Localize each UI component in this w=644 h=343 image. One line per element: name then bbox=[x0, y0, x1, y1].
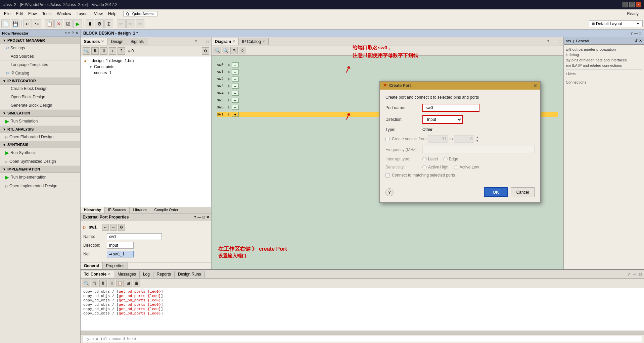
from-value-field[interactable] bbox=[428, 135, 448, 143]
section-rtl-analysis[interactable]: ▼ RTL ANALYSIS bbox=[0, 126, 80, 133]
active-low-radio[interactable] bbox=[454, 165, 458, 169]
tool3-button[interactable]: ✂ bbox=[136, 19, 144, 28]
rp-item-5[interactable]: r Nets bbox=[566, 71, 642, 77]
tab-log[interactable]: Log bbox=[140, 271, 153, 278]
nav-open-block-design[interactable]: Open Block Design bbox=[0, 93, 80, 101]
epp-close-icon[interactable]: ✕ bbox=[206, 215, 209, 219]
epp-help-icon[interactable]: ? bbox=[194, 215, 196, 219]
menu-file[interactable]: File bbox=[1, 11, 13, 17]
menu-flow[interactable]: Flow bbox=[26, 11, 39, 17]
tab-design[interactable]: Design bbox=[107, 38, 127, 45]
menu-tools[interactable]: Tools bbox=[39, 11, 54, 17]
con-sort-button[interactable]: ⇅ bbox=[91, 280, 98, 287]
tab-messages[interactable]: Messages bbox=[114, 271, 140, 278]
bd-restore-icon[interactable]: □ bbox=[639, 31, 641, 35]
dialog-help-button[interactable]: ? bbox=[385, 188, 394, 196]
freq-field[interactable] bbox=[422, 146, 535, 153]
section-ip-integrator[interactable]: ▼ IP INTEGRATOR bbox=[0, 78, 80, 85]
nav-run-implementation[interactable]: ▶ Run Implementation bbox=[0, 173, 80, 182]
nav-create-block-design[interactable]: Create Block Design bbox=[0, 85, 80, 93]
direction-select[interactable]: Input Output Inout bbox=[422, 115, 463, 124]
dialog-ok-button[interactable]: OK bbox=[484, 187, 508, 197]
subtab-compile-order[interactable]: Compile Order bbox=[151, 207, 182, 213]
sources-min-icon[interactable]: — bbox=[199, 39, 204, 44]
rp-close-icon[interactable]: ✕ bbox=[639, 39, 642, 43]
level-radio[interactable] bbox=[422, 157, 427, 161]
menu-layout[interactable]: Layout bbox=[74, 11, 91, 17]
subtab-hierarchy[interactable]: Hierarchy bbox=[81, 207, 105, 213]
port-name-field[interactable] bbox=[422, 104, 479, 112]
nav-help-icon[interactable]: ? bbox=[72, 31, 74, 35]
tcl-close-icon[interactable]: ✕ bbox=[108, 272, 110, 276]
con-pause-button[interactable]: ⏸ bbox=[108, 280, 115, 287]
dialog-close-button[interactable]: ✕ bbox=[533, 83, 537, 88]
section-project-manager[interactable]: ▼ PROJECT MANAGER bbox=[0, 37, 80, 44]
maximize-button[interactable]: □ bbox=[629, 2, 635, 7]
rp-item-1[interactable]: k debug bbox=[566, 52, 642, 57]
console-help-icon[interactable]: ? bbox=[627, 272, 631, 277]
window-controls[interactable]: — □ ✕ bbox=[623, 2, 641, 7]
tab-tcl-console[interactable]: Tcl Console ✕ bbox=[81, 271, 114, 278]
subtab-ip-sources[interactable]: IP Sources bbox=[105, 207, 130, 213]
edge-radio[interactable] bbox=[443, 157, 448, 161]
section-implementation[interactable]: ▼ IMPLEMENTATION bbox=[0, 166, 80, 173]
new-button[interactable]: 📄 bbox=[1, 19, 10, 28]
nav-open-elaborated[interactable]: ▷ Open Elaborated Design bbox=[0, 133, 80, 141]
redo-button[interactable]: ↪ bbox=[33, 19, 41, 28]
subtab-libraries[interactable]: Libraries bbox=[130, 207, 151, 213]
epp-min-icon[interactable]: — bbox=[197, 215, 201, 219]
sources-close-icon[interactable]: ✕ bbox=[101, 40, 104, 43]
nav-collapse-icon[interactable]: ≡ bbox=[68, 31, 70, 35]
bd-help-icon[interactable]: ? bbox=[631, 31, 633, 35]
active-high-radio[interactable] bbox=[422, 165, 427, 169]
menu-view[interactable]: View bbox=[91, 11, 105, 17]
console-max-icon[interactable]: □ bbox=[638, 272, 643, 277]
connect-checkbox[interactable] bbox=[385, 173, 390, 178]
run-button[interactable]: ▶ bbox=[73, 19, 82, 28]
quick-access[interactable]: Q+ Quick Access bbox=[123, 11, 157, 16]
sort-button[interactable]: ⇅ bbox=[91, 47, 99, 55]
rp-item-2[interactable]: lay pins of hidden nets and interfaces bbox=[566, 57, 642, 63]
settings-button[interactable]: ⚙ bbox=[95, 19, 104, 28]
nav-run-synthesis[interactable]: ▶ Run Synthesis bbox=[0, 148, 80, 157]
sources-max-icon[interactable]: □ bbox=[205, 39, 210, 44]
create-vector-checkbox[interactable] bbox=[385, 137, 390, 141]
menu-window[interactable]: Window bbox=[54, 11, 74, 17]
ept-properties[interactable]: Properties bbox=[103, 262, 128, 269]
sources-help-icon[interactable]: ? bbox=[194, 39, 198, 44]
rp-refresh-icon[interactable]: ↺ bbox=[635, 39, 638, 43]
nav-add-sources[interactable]: Add Sources bbox=[0, 52, 80, 61]
delete-button[interactable]: ✕ bbox=[54, 19, 63, 28]
sources-gear-icon[interactable]: ⚙ bbox=[202, 47, 209, 55]
rp-item-0[interactable]: without parameter propagation bbox=[566, 47, 642, 52]
con-expand-button[interactable]: ⇅ bbox=[99, 280, 107, 287]
nav-open-implemented[interactable]: ▷ Open Implemented Design bbox=[0, 182, 80, 190]
close-button[interactable]: ✕ bbox=[636, 2, 641, 7]
section-simulation[interactable]: ▼ SIMULATION bbox=[0, 110, 80, 117]
rp-item-3[interactable]: em ILA IP and related connections bbox=[566, 63, 642, 68]
con-delete-button[interactable]: 🗑 bbox=[133, 280, 140, 287]
pencil2-button[interactable]: ✏ bbox=[126, 19, 135, 28]
check-button[interactable]: ☑ bbox=[64, 19, 73, 28]
tree-design1[interactable]: ▲ □ design_1 (design_1.bd) bbox=[82, 58, 210, 64]
minimize-button[interactable]: — bbox=[623, 2, 628, 7]
pencil1-button[interactable]: ✏ bbox=[117, 19, 126, 28]
tab-reports[interactable]: Reports bbox=[153, 271, 175, 278]
nav-settings[interactable]: ⚙ Settings bbox=[0, 44, 80, 52]
nav-sort-icon[interactable]: ≡ bbox=[64, 31, 66, 35]
nav-open-synthesized[interactable]: ▷ Open Synthesized Design bbox=[0, 157, 80, 166]
con-copy-button[interactable]: 📋 bbox=[116, 280, 124, 287]
info-button[interactable]: ? bbox=[118, 47, 125, 55]
nav-ip-catalog[interactable]: ⚙ IP Catalog bbox=[0, 69, 80, 78]
nav-language-templates[interactable]: Language Templates bbox=[0, 61, 80, 69]
menu-help[interactable]: Help bbox=[105, 11, 119, 17]
console-h-scrollbar[interactable] bbox=[81, 331, 644, 335]
expand-button[interactable]: ⇅ bbox=[100, 47, 107, 55]
nav-close-icon[interactable]: ✕ bbox=[75, 31, 78, 35]
nav-run-simulation[interactable]: ▶ Run Simulation bbox=[0, 117, 80, 126]
port-next-button[interactable]: → bbox=[110, 224, 117, 231]
tcl-input[interactable] bbox=[83, 336, 642, 342]
tab-sources[interactable]: Sources ✕ bbox=[81, 38, 107, 45]
dialog-cancel-button[interactable]: Cancel bbox=[511, 187, 535, 197]
sigma-button[interactable]: Σ bbox=[104, 19, 113, 28]
